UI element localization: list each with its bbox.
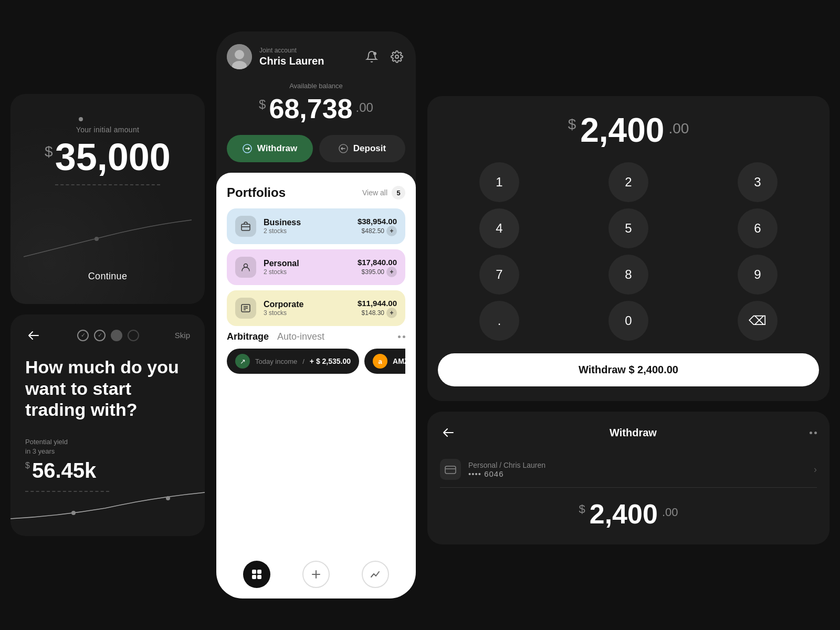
more-options-button[interactable] (810, 432, 817, 434)
key-0[interactable]: 0 (608, 301, 648, 341)
key-8[interactable]: 8 (608, 255, 648, 295)
avatar (227, 44, 252, 69)
trading-question-text: How much do you want to start trading wi… (25, 356, 190, 421)
balance-label: Available balance (227, 82, 405, 90)
portfolio-values-business: $38,954.00 $482.50 + (358, 217, 397, 236)
step-4-inactive (128, 330, 139, 341)
view-all-badge: 5 (392, 186, 405, 200)
portfolio-info-corporate: Corporate 3 stocks (264, 300, 350, 317)
svg-point-1 (166, 496, 170, 500)
key-9[interactable]: 9 (738, 255, 778, 295)
balance-cents: .00 (356, 100, 373, 115)
chevron-right-icon: › (814, 464, 817, 475)
key-6[interactable]: 6 (738, 208, 778, 248)
income-trend-icon: ↗ (235, 354, 250, 369)
phone-card: Joint account Chris Lauren (216, 32, 416, 598)
withdraw-back-button[interactable] (440, 424, 457, 441)
portfolio-item-personal[interactable]: Personal 2 stocks $17,840.00 $395.00 + (227, 249, 405, 285)
svg-rect-20 (445, 466, 456, 474)
svg-point-5 (373, 52, 376, 55)
initial-amount-label: Your initial amount (45, 125, 171, 134)
portfolio-main-value-personal: $17,840.00 (358, 258, 397, 267)
yield-label: Potential yield in 3 years (25, 437, 190, 456)
yield-dollar-sign: $ (25, 461, 30, 470)
svg-rect-19 (257, 575, 261, 579)
portfolio-stocks-personal: 2 stocks (264, 268, 350, 276)
key-dot[interactable]: . (479, 301, 519, 341)
withdraw-action-button[interactable]: Withdraw $ 2,400.00 (438, 353, 819, 386)
nav-add-button[interactable] (302, 561, 330, 588)
yield-curve (10, 490, 205, 521)
svg-point-3 (235, 50, 244, 59)
tab-arbitrage[interactable]: Arbitrage (227, 331, 269, 342)
step-1-check: ✓ (77, 330, 89, 341)
plus-icon-personal: + (386, 267, 397, 277)
step-3-active (111, 330, 122, 341)
account-row[interactable]: Personal / Chris Lauren •••• 6046 › (440, 452, 817, 488)
portfolios-section: Portfolios View all 5 (216, 173, 416, 554)
portfolio-change-personal: $395.00 + (358, 267, 397, 277)
step-indicators: ✓ ✓ (77, 330, 139, 341)
portfolio-name-personal: Personal (264, 259, 350, 268)
svg-rect-18 (252, 575, 256, 579)
plus-icon-business: + (386, 226, 397, 236)
chart-curve (24, 215, 192, 267)
nav-chart-button[interactable] (362, 561, 389, 588)
key-5[interactable]: 5 (608, 208, 648, 248)
settings-icon[interactable] (388, 48, 405, 65)
key-3[interactable]: 3 (738, 162, 778, 202)
header-info: Joint account Chris Lauren (259, 47, 356, 67)
step-2-check: ✓ (94, 330, 106, 341)
initial-amount-card: Your initial amount $ 35,000 Continue (10, 94, 205, 304)
portfolio-stocks-corporate: 3 stocks (264, 309, 350, 317)
confirm-cents: .00 (662, 506, 678, 519)
portfolio-item-corporate[interactable]: Corporate 3 stocks $11,944.00 $148.30 + (227, 290, 405, 326)
svg-rect-9 (242, 224, 250, 230)
trading-question-card: ✓ ✓ Skip How much do you want to start t… (10, 314, 205, 536)
plus-icon-corporate: + (386, 308, 397, 318)
withdraw-button[interactable]: Withdraw (227, 135, 313, 162)
keypad-grid: 1 2 3 4 5 6 7 8 9 . 0 ⌫ (438, 162, 819, 341)
withdraw-confirm-card: Withdraw Personal / Chris Lauren •••• 60… (427, 412, 830, 544)
nav-grid-button[interactable] (243, 561, 270, 588)
tab-autoinvest[interactable]: Auto-invest (277, 331, 324, 342)
header-icons (363, 48, 405, 65)
key-4[interactable]: 4 (479, 208, 519, 248)
card-trading-top: ✓ ✓ Skip (25, 327, 190, 344)
account-number: •••• 6046 (468, 469, 806, 478)
keypad-dollar-sign: $ (568, 116, 576, 133)
initial-amount-value: 35,000 (55, 138, 171, 176)
svg-point-0 (71, 511, 76, 515)
portfolio-icon-business (235, 216, 256, 237)
portfolio-name-business: Business (264, 218, 350, 227)
key-1[interactable]: 1 (479, 162, 519, 202)
portfolio-info-personal: Personal 2 stocks (264, 259, 350, 276)
portfolio-name-corporate: Corporate (264, 300, 350, 309)
withdraw-title: Withdraw (457, 427, 810, 439)
portfolio-item-business[interactable]: Business 2 stocks $38,954.00 $482.50 + (227, 208, 405, 244)
key-2[interactable]: 2 (608, 162, 648, 202)
portfolio-main-value-corporate: $11,944.00 (358, 299, 397, 308)
notification-icon[interactable] (363, 48, 380, 65)
back-arrow-button[interactable] (25, 327, 42, 344)
arbitrage-section: Arbitrage Auto-invest ↗ Today income / + (227, 331, 405, 374)
balance-amount: $ 68,738 .00 (227, 93, 405, 124)
continue-button[interactable]: Continue (67, 266, 148, 287)
account-info: Personal / Chris Lauren •••• 6046 (468, 461, 806, 478)
confirm-main-amount: 2,400 (590, 498, 658, 530)
amzn-label: AMZN (393, 357, 405, 365)
portfolios-title: Portfolios (227, 185, 286, 200)
yield-value: 56.45k (32, 459, 96, 482)
key-backspace[interactable]: ⌫ (738, 301, 778, 341)
key-7[interactable]: 7 (479, 255, 519, 295)
deposit-button[interactable]: Deposit (319, 135, 405, 162)
view-all-button[interactable]: View all 5 (362, 186, 405, 200)
confirm-amount: $ 2,400 .00 (440, 498, 817, 530)
tab-more-button[interactable] (398, 335, 405, 338)
portfolio-change-corporate: $148.30 + (358, 308, 397, 318)
initial-dollar-sign: $ (45, 143, 53, 160)
portfolio-icon-corporate (235, 298, 256, 319)
skip-button[interactable]: Skip (175, 331, 190, 340)
portfolio-values-personal: $17,840.00 $395.00 + (358, 258, 397, 277)
account-path: Personal / Chris Lauren (468, 461, 806, 469)
